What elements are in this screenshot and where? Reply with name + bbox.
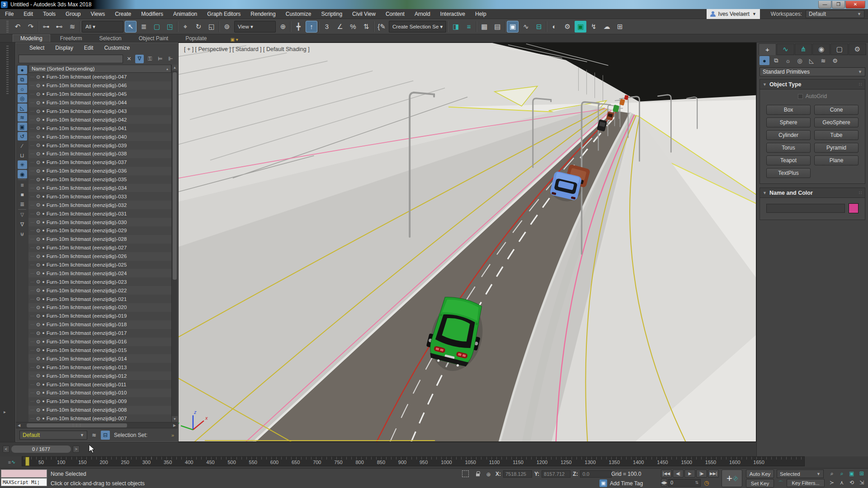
scene-object-label[interactable]: Furn-10m lichtmast (eenzijdig)-007 <box>47 416 127 421</box>
separator[interactable] <box>80 21 80 32</box>
scene-object-label[interactable]: Furn-10m lichtmast (eenzijdig)-015 <box>47 347 127 353</box>
close-button[interactable]: ✕ <box>845 1 865 9</box>
zoom-extents-button[interactable]: ▣ <box>847 469 856 478</box>
ribbon-tab-freeform[interactable]: Freeform <box>53 35 90 42</box>
menu-item[interactable]: Create <box>110 9 136 19</box>
workspace-dropdown[interactable]: Default ▼ <box>806 10 864 18</box>
horizontal-scrollbar[interactable]: ◀ ⋮⋮⋮ ▶ <box>16 422 178 428</box>
scene-object-label[interactable]: Furn-10m lichtmast (eenzijdig)-037 <box>47 160 127 165</box>
unlink-selection-button[interactable]: ⊷ <box>53 21 65 33</box>
scrollbar-thumb[interactable]: ⋮⋮⋮ <box>27 423 127 427</box>
menu-item[interactable]: Graph Editors <box>202 9 245 19</box>
display-shapes-toggle[interactable]: ⧉ <box>18 75 27 84</box>
scene-object-row[interactable]: ⋯ ⊙ ● Furn-10m lichtmast (eenzijdig)-012 <box>28 371 171 380</box>
ribbon-tab-populate[interactable]: Populate <box>178 35 214 42</box>
visibility-eye-icon[interactable]: ⊙ <box>36 74 40 80</box>
render-setup-button[interactable]: ⚙ <box>561 21 573 33</box>
scene-object-label[interactable]: Furn-10m lichtmast (eenzijdig)-010 <box>47 390 127 395</box>
scene-object-row[interactable]: ⋯ ⊙ ● Furn-10m lichtmast (eenzijdig)-011 <box>28 380 171 389</box>
object-color-swatch[interactable] <box>849 203 859 213</box>
primitive-button[interactable]: Cone <box>814 105 859 115</box>
scene-object-row[interactable]: ⋯ ⊙ ● Furn-10m lichtmast (eenzijdig)-046 <box>28 81 171 90</box>
scene-object-row[interactable]: ⋯ ⊙ ● Furn-10m lichtmast (eenzijdig)-038 <box>28 150 171 158</box>
display-cameras-toggle[interactable]: ◎ <box>18 94 27 103</box>
asset-library-button[interactable]: ⊞ <box>614 21 626 33</box>
scene-object-label[interactable]: Furn-10m lichtmast (eenzijdig)-042 <box>47 117 127 122</box>
scene-object-row[interactable]: ⋯ ⊙ ● Furn-10m lichtmast (eenzijdig)-016 <box>28 338 171 346</box>
auto-key-button[interactable]: Auto Key <box>746 469 774 478</box>
scene-object-label[interactable]: Furn-10m lichtmast (eenzijdig)-029 <box>47 228 127 233</box>
maximize-button[interactable]: ❐ <box>832 1 845 9</box>
next-frame-button[interactable]: |▶ <box>696 469 707 478</box>
display-lights-toggle[interactable]: ☼ <box>18 84 27 93</box>
menu-item[interactable]: Rendering <box>245 9 280 19</box>
go-to-start-button[interactable]: |◀◀ <box>661 469 672 478</box>
scene-object-label[interactable]: Furn-10m lichtmast (eenzijdig)-027 <box>47 245 127 250</box>
scene-object-row[interactable]: ⋯ ⊙ ● Furn-10m lichtmast (eenzijdig)-007 <box>28 414 171 422</box>
set-keys-button[interactable]: +⚿ <box>722 469 742 487</box>
toolbar-drag-handle[interactable] <box>6 21 9 33</box>
scene-object-label[interactable]: Furn-10m lichtmast (eenzijdig)-040 <box>47 134 127 140</box>
name-color-rollout-header[interactable]: ▼ Name and Color ∷ <box>760 188 865 198</box>
rectangular-selection-region-button[interactable]: ▢ <box>151 21 163 33</box>
visibility-eye-icon[interactable]: ⊙ <box>36 390 40 396</box>
material-editor-button[interactable]: ◐ <box>548 21 560 33</box>
zoom-all-button[interactable]: ⌕ <box>837 469 846 478</box>
visibility-eye-icon[interactable]: ⊙ <box>36 416 40 422</box>
new-key-mode-icon[interactable]: ⌒ <box>777 479 785 487</box>
category-cameras[interactable]: ◎ <box>795 56 805 65</box>
scene-object-row[interactable]: ⋯ ⊙ ● Furn-10m lichtmast (eenzijdig)-032 <box>28 201 171 209</box>
visibility-eye-icon[interactable]: ⊙ <box>36 219 40 225</box>
window-crossing-toggle[interactable]: ◳ <box>164 21 176 33</box>
scene-object-row[interactable]: ⋯ ⊙ ● Furn-10m lichtmast (eenzijdig)-013 <box>28 363 171 371</box>
primitive-button[interactable]: Box <box>766 105 811 115</box>
absolute-mode-transform-icon[interactable]: ⊕ <box>485 470 492 478</box>
visibility-eye-icon[interactable]: ⊙ <box>36 245 40 251</box>
scroll-down-arrow[interactable]: ▼ <box>172 416 178 422</box>
play-button[interactable]: ▶ <box>684 469 695 478</box>
visibility-eye-icon[interactable]: ⊙ <box>36 381 40 387</box>
explorer-menu-item[interactable]: Customize <box>99 45 135 51</box>
keyboard-shortcut-override-toggle[interactable]: ↑ <box>306 21 317 33</box>
visibility-eye-icon[interactable]: ⊙ <box>36 177 40 183</box>
separator[interactable] <box>373 21 374 32</box>
schematic-view-button[interactable]: ⊟ <box>533 21 545 33</box>
primitive-button[interactable]: TextPlus <box>766 168 811 178</box>
x-coordinate-field[interactable]: 7518.125 <box>503 470 532 478</box>
display-geometry-toggle[interactable]: ● <box>18 66 27 74</box>
scene-object-row[interactable]: ⋯ ⊙ ● Furn-10m lichtmast (eenzijdig)-024 <box>28 269 171 277</box>
visibility-eye-icon[interactable]: ⊙ <box>36 313 40 319</box>
menu-item[interactable]: Views <box>85 9 110 19</box>
user-account-menu[interactable]: Ives Veelaert ▼ <box>707 9 760 19</box>
select-and-rotate-button[interactable]: ↻ <box>193 21 204 33</box>
visibility-eye-icon[interactable]: ⊙ <box>36 125 40 131</box>
visibility-eye-icon[interactable]: ⊙ <box>36 356 40 361</box>
scene-object-label[interactable]: Furn-10m lichtmast (eenzijdig)-046 <box>47 83 127 88</box>
visibility-eye-icon[interactable]: ⊙ <box>36 83 40 89</box>
menu-item[interactable]: Modifiers <box>136 9 168 19</box>
scene-object-label[interactable]: Furn-10m lichtmast (eenzijdig)-043 <box>47 108 127 114</box>
time-slider-ruler[interactable]: 5010015020025030035040045050055060065070… <box>22 456 805 466</box>
scroll-left-arrow[interactable]: ◀ <box>16 423 22 427</box>
scene-object-label[interactable]: Furn-10m lichtmast (eenzijdig)-023 <box>47 279 127 285</box>
viewport-label[interactable]: [ + ] [ Perspective ] [ Standard ] [ Def… <box>184 46 310 52</box>
scene-object-label[interactable]: Furn-10m lichtmast (eenzijdig)-013 <box>47 365 127 370</box>
visibility-eye-icon[interactable]: ⊙ <box>36 330 40 336</box>
menu-item[interactable]: Help <box>470 9 491 19</box>
scene-object-row[interactable]: ⋯ ⊙ ● Furn-10m lichtmast (eenzijdig)-010 <box>28 389 171 397</box>
selection-filter-dropdown[interactable]: All ▾ <box>82 21 123 33</box>
scene-object-row[interactable]: ⋯ ⊙ ● Furn-10m lichtmast (eenzijdig)-008 <box>28 406 171 414</box>
scene-object-label[interactable]: Furn-10m lichtmast (eenzijdig)-030 <box>47 220 127 225</box>
scene-object-row[interactable]: ⋯ ⊙ ● Furn-10m lichtmast (eenzijdig)-029 <box>28 226 171 235</box>
visibility-eye-icon[interactable]: ⊙ <box>36 253 40 259</box>
filter-selection-icon[interactable]: ∇ <box>135 55 144 63</box>
hierarchy-mode-icon[interactable]: ⊟ <box>101 431 110 440</box>
scene-object-row[interactable]: ⋯ ⊙ ● Furn-10m lichtmast (eenzijdig)-044 <box>28 99 171 107</box>
scene-object-label[interactable]: Furn-10m lichtmast (eenzijdig)-031 <box>47 211 127 216</box>
scene-object-label[interactable]: Furn-10m lichtmast (eenzijdig)-045 <box>47 91 127 97</box>
display-bones-toggle[interactable]: ∕ <box>18 141 27 150</box>
scene-object-label[interactable]: Furn-10m lichtmast (eenzijdig)-038 <box>47 151 127 156</box>
scroll-up-arrow[interactable]: ▲ <box>172 65 178 70</box>
scene-object-label[interactable]: Furn-10m lichtmast (eenzijdig)-024 <box>47 271 127 276</box>
zoom-extents-all-button[interactable]: ⊞ <box>857 469 866 478</box>
